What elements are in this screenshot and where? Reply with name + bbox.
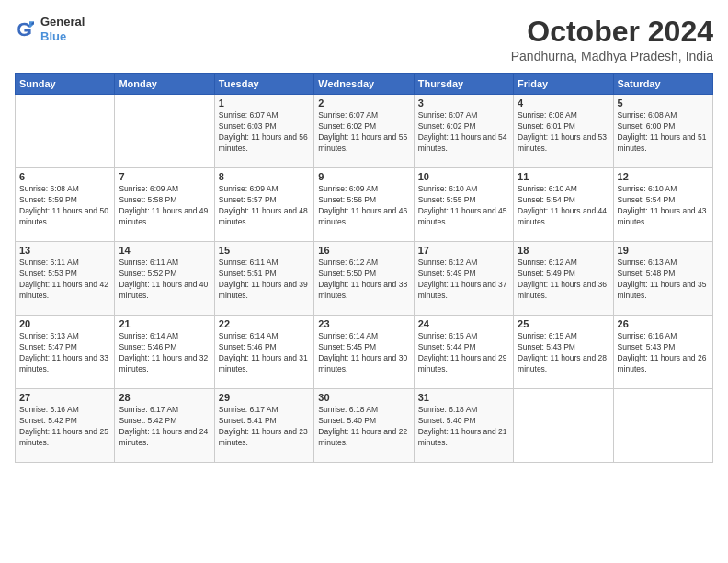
day-details: Sunrise: 6:09 AM Sunset: 5:58 PM Dayligh…	[119, 184, 210, 228]
title-block: October 2024 Pandhurna, Madhya Pradesh, …	[511, 15, 713, 63]
day-details: Sunrise: 6:08 AM Sunset: 6:00 PM Dayligh…	[618, 110, 709, 155]
day-cell: 29Sunrise: 6:17 AM Sunset: 5:41 PM Dayli…	[214, 389, 313, 463]
day-details: Sunrise: 6:17 AM Sunset: 5:41 PM Dayligh…	[219, 405, 310, 449]
day-cell	[514, 389, 613, 463]
header-day-wednesday: Wednesday	[314, 74, 414, 95]
logo-icon	[15, 18, 37, 40]
day-details: Sunrise: 6:17 AM Sunset: 5:42 PM Dayligh…	[119, 405, 210, 449]
day-details: Sunrise: 6:18 AM Sunset: 5:40 PM Dayligh…	[418, 405, 509, 449]
day-details: Sunrise: 6:11 AM Sunset: 5:52 PM Dayligh…	[119, 258, 210, 302]
day-number: 28	[119, 392, 210, 403]
day-number: 8	[219, 171, 310, 182]
day-number: 11	[518, 171, 609, 182]
day-details: Sunrise: 6:12 AM Sunset: 5:49 PM Dayligh…	[518, 258, 609, 302]
day-cell: 26Sunrise: 6:16 AM Sunset: 5:43 PM Dayli…	[613, 316, 712, 389]
day-details: Sunrise: 6:15 AM Sunset: 5:44 PM Dayligh…	[418, 331, 509, 375]
day-number: 21	[119, 318, 210, 329]
day-number: 3	[418, 98, 509, 109]
day-details: Sunrise: 6:07 AM Sunset: 6:02 PM Dayligh…	[418, 110, 509, 155]
day-number: 22	[219, 318, 310, 329]
day-details: Sunrise: 6:13 AM Sunset: 5:47 PM Dayligh…	[19, 331, 110, 375]
day-cell	[613, 389, 712, 463]
day-cell: 8Sunrise: 6:09 AM Sunset: 5:57 PM Daylig…	[214, 168, 313, 242]
day-cell: 18Sunrise: 6:12 AM Sunset: 5:49 PM Dayli…	[514, 242, 613, 316]
day-number: 6	[19, 171, 110, 182]
calendar-body: 1Sunrise: 6:07 AM Sunset: 6:03 PM Daylig…	[16, 95, 713, 463]
day-cell: 28Sunrise: 6:17 AM Sunset: 5:42 PM Dayli…	[115, 389, 214, 463]
day-cell: 1Sunrise: 6:07 AM Sunset: 6:03 PM Daylig…	[214, 95, 313, 168]
day-cell: 20Sunrise: 6:13 AM Sunset: 5:47 PM Dayli…	[16, 316, 115, 389]
day-details: Sunrise: 6:14 AM Sunset: 5:45 PM Dayligh…	[318, 331, 409, 375]
day-cell: 7Sunrise: 6:09 AM Sunset: 5:58 PM Daylig…	[115, 168, 214, 242]
day-cell: 10Sunrise: 6:10 AM Sunset: 5:55 PM Dayli…	[414, 168, 513, 242]
day-cell: 11Sunrise: 6:10 AM Sunset: 5:54 PM Dayli…	[514, 168, 613, 242]
header: General Blue October 2024 Pandhurna, Mad…	[15, 15, 713, 63]
header-row: SundayMondayTuesdayWednesdayThursdayFrid…	[16, 74, 713, 95]
day-details: Sunrise: 6:16 AM Sunset: 5:42 PM Dayligh…	[19, 405, 110, 449]
day-details: Sunrise: 6:09 AM Sunset: 5:57 PM Dayligh…	[219, 184, 310, 228]
day-number: 7	[119, 171, 210, 182]
day-number: 9	[318, 171, 409, 182]
day-number: 20	[19, 318, 110, 329]
day-details: Sunrise: 6:10 AM Sunset: 5:54 PM Dayligh…	[518, 184, 609, 228]
day-cell: 22Sunrise: 6:14 AM Sunset: 5:46 PM Dayli…	[214, 316, 313, 389]
day-details: Sunrise: 6:18 AM Sunset: 5:40 PM Dayligh…	[318, 405, 409, 449]
day-number: 15	[219, 245, 310, 256]
day-cell: 30Sunrise: 6:18 AM Sunset: 5:40 PM Dayli…	[314, 389, 414, 463]
day-number: 24	[418, 318, 509, 329]
day-details: Sunrise: 6:10 AM Sunset: 5:54 PM Dayligh…	[618, 184, 709, 228]
header-day-monday: Monday	[115, 74, 214, 95]
day-cell: 13Sunrise: 6:11 AM Sunset: 5:53 PM Dayli…	[16, 242, 115, 316]
day-cell: 17Sunrise: 6:12 AM Sunset: 5:49 PM Dayli…	[414, 242, 513, 316]
day-details: Sunrise: 6:09 AM Sunset: 5:56 PM Dayligh…	[318, 184, 409, 228]
day-details: Sunrise: 6:16 AM Sunset: 5:43 PM Dayligh…	[618, 331, 709, 375]
day-number: 17	[418, 245, 509, 256]
day-number: 25	[518, 318, 609, 329]
day-cell: 5Sunrise: 6:08 AM Sunset: 6:00 PM Daylig…	[613, 95, 712, 168]
day-cell	[115, 95, 214, 168]
day-details: Sunrise: 6:14 AM Sunset: 5:46 PM Dayligh…	[219, 331, 310, 375]
day-number: 14	[119, 245, 210, 256]
header-day-friday: Friday	[514, 74, 613, 95]
day-number: 18	[518, 245, 609, 256]
day-number: 5	[618, 98, 709, 109]
day-details: Sunrise: 6:08 AM Sunset: 6:01 PM Dayligh…	[518, 110, 609, 155]
day-cell: 6Sunrise: 6:08 AM Sunset: 5:59 PM Daylig…	[16, 168, 115, 242]
day-cell: 16Sunrise: 6:12 AM Sunset: 5:50 PM Dayli…	[314, 242, 414, 316]
day-cell: 24Sunrise: 6:15 AM Sunset: 5:44 PM Dayli…	[414, 316, 513, 389]
logo-text: General Blue	[40, 15, 85, 43]
day-number: 4	[518, 98, 609, 109]
day-number: 31	[418, 392, 509, 403]
calendar-table: SundayMondayTuesdayWednesdayThursdayFrid…	[15, 73, 713, 463]
week-row-5: 27Sunrise: 6:16 AM Sunset: 5:42 PM Dayli…	[16, 389, 713, 463]
day-details: Sunrise: 6:12 AM Sunset: 5:49 PM Dayligh…	[418, 258, 509, 302]
day-details: Sunrise: 6:11 AM Sunset: 5:51 PM Dayligh…	[219, 258, 310, 302]
logo: General Blue	[15, 15, 85, 43]
header-day-sunday: Sunday	[16, 74, 115, 95]
week-row-4: 20Sunrise: 6:13 AM Sunset: 5:47 PM Dayli…	[16, 316, 713, 389]
day-cell: 25Sunrise: 6:15 AM Sunset: 5:43 PM Dayli…	[514, 316, 613, 389]
day-details: Sunrise: 6:11 AM Sunset: 5:53 PM Dayligh…	[19, 258, 110, 302]
day-cell: 3Sunrise: 6:07 AM Sunset: 6:02 PM Daylig…	[414, 95, 513, 168]
day-details: Sunrise: 6:10 AM Sunset: 5:55 PM Dayligh…	[418, 184, 509, 228]
day-details: Sunrise: 6:08 AM Sunset: 5:59 PM Dayligh…	[19, 184, 110, 228]
week-row-3: 13Sunrise: 6:11 AM Sunset: 5:53 PM Dayli…	[16, 242, 713, 316]
day-cell: 12Sunrise: 6:10 AM Sunset: 5:54 PM Dayli…	[613, 168, 712, 242]
page: General Blue October 2024 Pandhurna, Mad…	[0, 0, 728, 563]
day-number: 26	[618, 318, 709, 329]
day-number: 16	[318, 245, 409, 256]
day-details: Sunrise: 6:14 AM Sunset: 5:46 PM Dayligh…	[119, 331, 210, 375]
day-details: Sunrise: 6:13 AM Sunset: 5:48 PM Dayligh…	[618, 258, 709, 302]
day-number: 29	[219, 392, 310, 403]
day-cell: 15Sunrise: 6:11 AM Sunset: 5:51 PM Dayli…	[214, 242, 313, 316]
day-details: Sunrise: 6:12 AM Sunset: 5:50 PM Dayligh…	[318, 258, 409, 302]
day-number: 10	[418, 171, 509, 182]
day-cell	[16, 95, 115, 168]
day-details: Sunrise: 6:07 AM Sunset: 6:02 PM Dayligh…	[318, 110, 409, 155]
calendar-header: SundayMondayTuesdayWednesdayThursdayFrid…	[16, 74, 713, 95]
day-cell: 23Sunrise: 6:14 AM Sunset: 5:45 PM Dayli…	[314, 316, 414, 389]
day-cell: 4Sunrise: 6:08 AM Sunset: 6:01 PM Daylig…	[514, 95, 613, 168]
day-details: Sunrise: 6:07 AM Sunset: 6:03 PM Dayligh…	[219, 110, 310, 155]
day-number: 23	[318, 318, 409, 329]
day-cell: 19Sunrise: 6:13 AM Sunset: 5:48 PM Dayli…	[613, 242, 712, 316]
